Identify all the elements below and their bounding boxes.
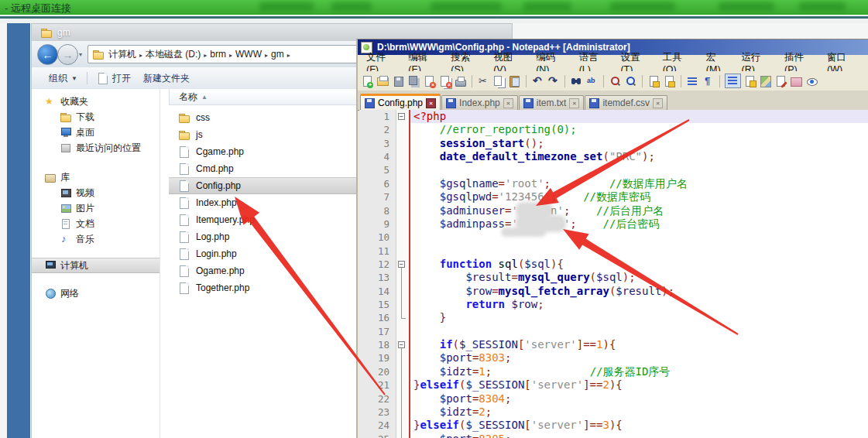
file-name: Config.php: [196, 180, 241, 191]
fold-collapse-icon[interactable]: −: [398, 113, 405, 120]
close-all-icon[interactable]: [438, 75, 451, 87]
tab-label: Index.php: [459, 98, 500, 108]
fold-collapse-icon[interactable]: −: [398, 341, 405, 348]
breadcrumb-item[interactable]: brm: [208, 48, 228, 60]
sidebar-item-计算机[interactable]: 计算机: [32, 258, 160, 273]
line-number: 7: [362, 190, 389, 204]
address-breadcrumb[interactable]: 计算机▸本地磁盘 (D:)▸brm▸WWW▸gm▸: [87, 45, 389, 63]
line-number-gutter: 1234567891011121314151617181920212223242…: [359, 110, 396, 438]
cut-icon[interactable]: [477, 75, 490, 87]
breadcrumb-separator-icon: ▸: [138, 52, 144, 59]
function-list-icon[interactable]: [743, 75, 756, 87]
tab-Index.php[interactable]: Index.php×: [441, 95, 518, 110]
desktop-background: [7, 23, 30, 438]
file-icon: [178, 248, 190, 259]
sidebar-item-桌面[interactable]: 桌面: [32, 125, 160, 140]
open-file-icon[interactable]: [376, 75, 389, 87]
notepad-menubar: 文件(F)编辑(E)搜索(S)视图(V)编码(N)语言(L)设置(T)工具(O)…: [358, 55, 868, 71]
close-icon[interactable]: ×: [569, 98, 579, 108]
line-number: 23: [362, 405, 389, 419]
save-icon[interactable]: [392, 75, 405, 87]
breadcrumb-separator-icon: ▸: [286, 52, 292, 59]
tab-itemdef.csv[interactable]: itemdef.csv×: [585, 95, 667, 110]
word-wrap-icon[interactable]: [686, 75, 699, 87]
history-dropdown-icon[interactable]: ▾: [79, 51, 82, 58]
forward-button[interactable]: →: [57, 44, 78, 65]
undo-icon[interactable]: [531, 75, 544, 87]
macro-icon[interactable]: [774, 75, 787, 87]
indent-guide-icon[interactable]: [725, 74, 741, 88]
file-name: Cmd.php: [196, 163, 234, 174]
video-icon: [60, 187, 71, 198]
close-icon[interactable]: ×: [503, 98, 513, 108]
paste-icon[interactable]: [508, 75, 521, 87]
file-icon: [178, 163, 190, 174]
organize-button[interactable]: 组织 ▼: [43, 70, 84, 87]
library-icon: [44, 172, 56, 183]
code-editor[interactable]: 1234567891011121314151617181920212223242…: [359, 110, 868, 438]
sidebar-item-库[interactable]: 库: [32, 169, 160, 185]
find-prev-icon[interactable]: [609, 75, 622, 87]
sidebar-item-label: 图片: [76, 202, 94, 215]
organize-label: 组织: [49, 72, 67, 85]
breadcrumb-item[interactable]: 计算机: [107, 48, 138, 60]
sidebar-item-label: 收藏夹: [60, 95, 88, 108]
line-number: 13: [362, 271, 389, 284]
line-number: 9: [362, 217, 389, 231]
sidebar-item-下载[interactable]: 下载: [32, 109, 160, 125]
show-symbols-icon[interactable]: [702, 75, 715, 87]
menu-item[interactable]: ?: [865, 56, 868, 70]
find-icon[interactable]: [570, 75, 583, 87]
explorer-window-title: gm: [57, 27, 70, 38]
toolbar-separator: [681, 75, 681, 87]
open-button[interactable]: 打开: [91, 70, 137, 87]
file-name: Log.php: [196, 231, 229, 242]
replace-icon[interactable]: [585, 75, 599, 87]
find-next-icon[interactable]: [624, 75, 637, 87]
file-name: js: [196, 129, 203, 140]
tab-item.txt[interactable]: item.txt×: [519, 95, 585, 110]
copy-icon[interactable]: [492, 75, 506, 87]
line-number: 24: [362, 419, 389, 432]
toolbar-separator: [603, 75, 604, 87]
sidebar-item-音乐[interactable]: 音乐: [32, 231, 160, 247]
workspace-folder-icon[interactable]: [790, 75, 803, 87]
tab-Config.php[interactable]: Config.php×: [360, 94, 441, 110]
document-map-icon[interactable]: [759, 75, 772, 87]
new-folder-button[interactable]: 新建文件夹: [137, 70, 196, 87]
censor-blob: [719, 2, 774, 12]
sidebar-item-最近访问的位置[interactable]: 最近访问的位置: [32, 140, 160, 156]
fold-end-icon: [401, 318, 406, 319]
fold-collapse-icon[interactable]: −: [398, 261, 405, 268]
line-number: 19: [362, 351, 389, 364]
save-state-icon: [523, 98, 533, 108]
redo-icon[interactable]: [547, 75, 560, 87]
close-icon[interactable]: [423, 75, 436, 87]
fold-margin: −−−: [396, 110, 409, 438]
sidebar-item-图片[interactable]: 图片: [32, 200, 160, 216]
new-file-icon[interactable]: [361, 75, 374, 87]
line-number: 15: [362, 298, 389, 311]
code-line-24: }elseif($_SESSION['server']==3){: [413, 419, 623, 432]
back-button[interactable]: ←: [37, 44, 58, 65]
breadcrumb-item[interactable]: gm: [269, 48, 286, 60]
breadcrumb-item[interactable]: 本地磁盘 (D:): [144, 48, 202, 60]
close-icon[interactable]: ×: [653, 98, 663, 108]
censor-blob: [431, 2, 502, 12]
sidebar-item-文档[interactable]: 文档: [32, 216, 160, 231]
music-icon: [60, 234, 71, 245]
sidebar-item-网络[interactable]: 网络: [32, 286, 160, 301]
save-all-icon[interactable]: [407, 75, 420, 87]
line-number: 18: [362, 338, 389, 351]
sidebar-item-收藏夹[interactable]: 收藏夹: [32, 94, 160, 109]
breadcrumb-item[interactable]: WWW: [234, 48, 263, 60]
sync-horizontal-icon[interactable]: [663, 75, 676, 87]
print-icon[interactable]: [454, 75, 467, 87]
sidebar-item-视频[interactable]: 视频: [32, 185, 160, 200]
censor-blob: [523, 2, 571, 12]
close-icon[interactable]: ×: [426, 98, 436, 108]
sync-vertical-icon[interactable]: [647, 75, 660, 87]
code-line-2: //error_reporting(0);: [413, 123, 577, 136]
line-number: 5: [362, 163, 389, 176]
view-eye-icon[interactable]: [805, 75, 818, 87]
